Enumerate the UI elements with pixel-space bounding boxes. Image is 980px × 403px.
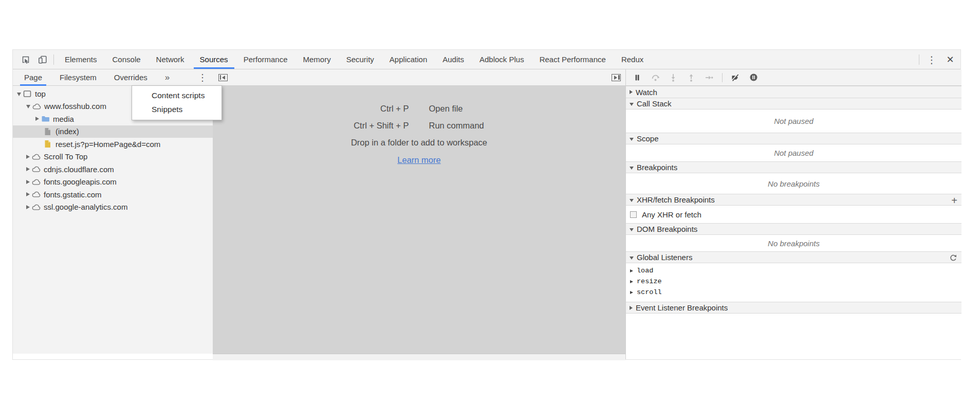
step-into-icon[interactable] — [668, 71, 678, 84]
refresh-icon[interactable] — [949, 252, 957, 264]
hide-debugger-sidebar-icon[interactable] — [610, 71, 622, 84]
chevron-down-icon — [630, 167, 634, 170]
toolbar-separator — [919, 54, 919, 65]
cloud-icon — [32, 190, 41, 198]
debugger-toolbar — [626, 69, 961, 86]
expanded-arrow-icon[interactable] — [26, 105, 30, 108]
cloud-icon — [32, 178, 41, 186]
chevron-down-icon — [630, 199, 634, 202]
section-watch[interactable]: Watch — [626, 86, 961, 98]
navigator-toolbar: PageFilesystemOverrides» ⋮ — [13, 69, 213, 86]
doc-gray-icon — [44, 127, 52, 136]
navigator-tab-page[interactable]: Page — [22, 69, 44, 86]
close-icon[interactable]: ✕ — [944, 53, 956, 66]
tree-item-ssl-google-analytics-com[interactable]: ssl.google-analytics.com — [13, 201, 213, 214]
menu-item-snippets[interactable]: Snippets — [132, 102, 221, 116]
tab-redux[interactable]: Redux — [614, 50, 651, 69]
section-call-stack[interactable]: Call Stack — [626, 98, 961, 109]
collapsed-arrow-icon[interactable] — [26, 167, 30, 171]
tree-item-cdnjs-cloudflare-com[interactable]: cdnjs.cloudflare.com — [13, 163, 213, 176]
collapsed-arrow-icon[interactable] — [630, 291, 633, 294]
global-listener-load[interactable]: load — [630, 265, 961, 276]
any-xhr-label: Any XHR or fetch — [642, 210, 701, 219]
shortcut-keys: Ctrl + P — [324, 104, 419, 114]
hide-navigator-icon[interactable] — [217, 71, 229, 84]
learn-more-link[interactable]: Learn more — [397, 151, 440, 169]
step-over-icon[interactable] — [650, 71, 660, 84]
section-event-listener-breakpoints[interactable]: Event Listener Breakpoints — [626, 302, 961, 314]
inspect-element-icon[interactable] — [20, 53, 32, 66]
cloud-icon — [32, 165, 41, 173]
tree-item-fonts-googleapis-com[interactable]: fonts.googleapis.com — [13, 176, 213, 189]
navigator-tab-filesystem[interactable]: Filesystem — [58, 69, 99, 86]
tab-application[interactable]: Application — [382, 50, 435, 69]
device-toolbar-icon[interactable] — [36, 53, 49, 66]
add-xhr-breakpoint-icon[interactable]: + — [951, 194, 957, 206]
global-listener-resize[interactable]: resize — [630, 276, 961, 287]
section-xhr-breakpoints[interactable]: XHR/fetch Breakpoints + — [626, 194, 961, 206]
toolbar-right-icons: ⋮ ✕ — [919, 50, 956, 69]
editor-placeholder: Ctrl + POpen fileCtrl + Shift + PRun com… — [213, 86, 625, 354]
tab-react-performance[interactable]: React Performance — [532, 50, 614, 69]
collapsed-arrow-icon[interactable] — [630, 280, 633, 283]
navigator-overflow-menu: Content scriptsSnippets — [132, 85, 222, 120]
any-xhr-checkbox[interactable] — [630, 211, 637, 218]
global-listener-scroll[interactable]: scroll — [630, 287, 961, 298]
navigator-kebab-menu-icon[interactable]: ⋮ — [196, 71, 209, 84]
menu-item-content-scripts[interactable]: Content scripts — [132, 88, 221, 102]
tree-item-label: Scroll To Top — [44, 152, 87, 161]
navigator-tab-overrides[interactable]: Overrides — [112, 69, 150, 86]
collapsed-arrow-icon[interactable] — [26, 155, 30, 159]
tree-item-scroll-to-top[interactable]: Scroll To Top — [13, 151, 213, 163]
global-listeners-list: loadresizescroll — [626, 263, 961, 302]
listener-label: scroll — [637, 288, 662, 296]
pause-icon[interactable] — [632, 71, 642, 84]
collapsed-arrow-icon[interactable] — [630, 269, 633, 272]
collapsed-arrow-icon[interactable] — [26, 180, 30, 184]
deactivate-breakpoints-icon[interactable] — [730, 71, 741, 84]
tab-performance[interactable]: Performance — [236, 50, 295, 69]
shortcut-rows: Ctrl + POpen fileCtrl + Shift + PRun com… — [324, 100, 514, 134]
section-scope[interactable]: Scope — [626, 133, 961, 144]
tree-item-fonts-gstatic-com[interactable]: fonts.gstatic.com — [13, 188, 213, 201]
tree-item-reset-js-p-homepage-d-com[interactable]: reset.js?p=HomePage&d=com — [13, 138, 213, 151]
frame-icon — [23, 89, 32, 98]
chevron-down-icon — [630, 228, 634, 231]
tab-sources[interactable]: Sources — [192, 50, 236, 69]
tab-elements[interactable]: Elements — [57, 50, 105, 69]
section-breakpoints[interactable]: Breakpoints — [626, 161, 961, 173]
tab-console[interactable]: Console — [105, 50, 149, 69]
tab-audits[interactable]: Audits — [435, 50, 472, 69]
editor-toolbar — [213, 69, 625, 86]
tree-item--index-[interactable]: (index) — [13, 125, 213, 138]
more-tabs-icon[interactable]: » — [163, 69, 172, 86]
kebab-menu-icon[interactable]: ⋮ — [926, 53, 938, 66]
section-global-listeners[interactable]: Global Listeners — [626, 251, 961, 263]
cloud-icon — [32, 153, 41, 161]
collapsed-arrow-icon[interactable] — [35, 117, 39, 121]
chevron-down-icon — [630, 103, 634, 106]
drop-hint-text: Drop in a folder to add to workspace — [351, 134, 487, 151]
editor-status-strip — [213, 354, 625, 360]
tab-adblock-plus[interactable]: Adblock Plus — [472, 50, 532, 69]
expanded-arrow-icon[interactable] — [17, 93, 21, 96]
step-icon[interactable] — [704, 71, 714, 84]
toolbar-left-icons — [13, 50, 54, 69]
section-dom-breakpoints[interactable]: DOM Breakpoints — [626, 223, 961, 235]
call-stack-status: Not paused — [626, 109, 961, 133]
collapsed-arrow-icon[interactable] — [26, 205, 30, 209]
doc-gold-icon — [44, 140, 52, 148]
tab-security[interactable]: Security — [339, 50, 382, 69]
navigator-tab-strip: PageFilesystemOverrides» — [13, 69, 172, 86]
tree-item-label: fonts.gstatic.com — [44, 190, 102, 199]
collapsed-arrow-icon[interactable] — [26, 192, 30, 196]
tab-network[interactable]: Network — [149, 50, 192, 69]
toolbar-separator — [722, 73, 723, 82]
section-title: Breakpoints — [637, 163, 677, 172]
tab-memory[interactable]: Memory — [295, 50, 339, 69]
pause-on-exceptions-icon[interactable] — [748, 71, 759, 84]
file-tree: topwww.fosshub.commedia(index)reset.js?p… — [13, 86, 213, 354]
cloud-icon — [32, 102, 41, 111]
step-out-icon[interactable] — [686, 71, 696, 84]
section-title: Watch — [636, 88, 657, 97]
